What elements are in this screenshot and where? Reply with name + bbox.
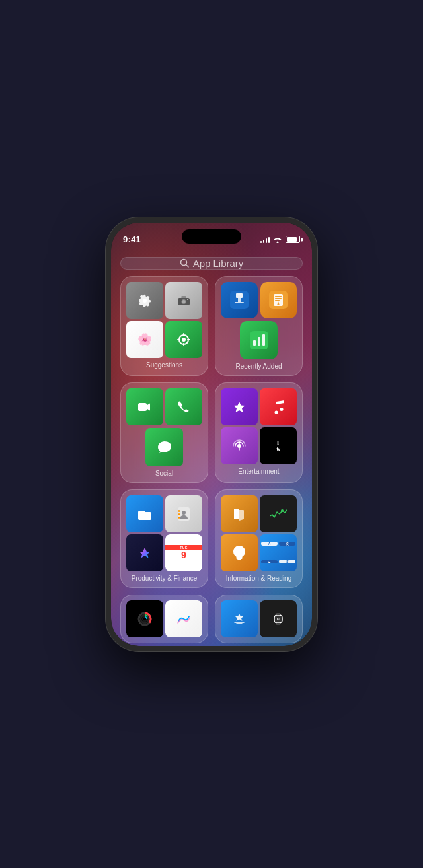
app-photos[interactable]: 🌸: [126, 321, 163, 358]
folder-social[interactable]: Social: [120, 382, 208, 483]
files-icon: [138, 508, 151, 520]
svg-point-18: [237, 294, 241, 295]
bottom-row: [120, 595, 303, 643]
settings-gear-icon: [137, 293, 152, 308]
folder-utilities[interactable]: [215, 595, 303, 643]
watch-icon: [274, 612, 283, 626]
svg-rect-28: [138, 403, 147, 411]
social-label: Social: [155, 470, 173, 477]
music-icon: [272, 400, 284, 414]
svg-point-36: [281, 509, 284, 512]
phone-screen: 9:41: [111, 223, 312, 646]
svg-rect-17: [235, 302, 244, 303]
social-grid: [126, 388, 202, 466]
facetime-icon: [138, 402, 151, 412]
app-keynote[interactable]: [221, 282, 258, 319]
app-appletv[interactable]:  tv: [260, 427, 297, 464]
phone-icon: [178, 401, 190, 413]
productivity-grid: TUE 9: [126, 495, 202, 571]
app-camera[interactable]: [165, 282, 202, 319]
recently-added-row2: [221, 321, 297, 359]
svg-rect-6: [181, 296, 186, 298]
tvplus-icon: [233, 400, 246, 414]
appstore-icon: [233, 613, 245, 625]
app-stocks[interactable]: [260, 495, 297, 532]
keynote-icon: [230, 291, 249, 309]
messages-icon: [158, 441, 171, 454]
svg-rect-23: [275, 300, 280, 301]
app-books[interactable]: [221, 495, 258, 532]
app-numbers[interactable]: [240, 321, 278, 359]
app-tvplus[interactable]: [221, 388, 258, 425]
health-grid: [126, 600, 202, 637]
dynamic-island: [182, 229, 241, 244]
svg-rect-16: [238, 298, 241, 302]
signal-bar-2: [263, 240, 265, 243]
signal-bar-4: [268, 237, 270, 243]
app-tips[interactable]: [221, 534, 258, 571]
svg-rect-22: [275, 298, 282, 299]
app-calendar[interactable]: TUE 9: [165, 534, 202, 571]
entertainment-grid:  tv: [221, 388, 297, 464]
contacts-icon: [178, 507, 190, 521]
signal-bars-icon: [260, 236, 270, 243]
app-podcasts[interactable]: [221, 427, 258, 464]
app-shortcuts[interactable]: [126, 534, 163, 571]
status-time: 9:41: [123, 235, 141, 244]
tips-icon: [233, 546, 245, 560]
svg-point-30: [237, 444, 241, 448]
shortcuts-icon: [138, 546, 151, 560]
podcasts-icon: [233, 439, 246, 452]
folder-health-fitness[interactable]: [120, 595, 208, 643]
recently-added-layout: [221, 282, 297, 359]
app-phone[interactable]: [165, 388, 202, 425]
app-music[interactable]: [260, 388, 297, 425]
app-fitness[interactable]: [126, 600, 163, 637]
app-freeform[interactable]: [165, 600, 202, 637]
findmy-icon: [177, 333, 190, 346]
app-files[interactable]: [126, 495, 163, 532]
app-findmy[interactable]: [165, 321, 202, 358]
suggestions-grid: 🌸: [126, 282, 202, 358]
folder-entertainment[interactable]:  tv Entertainment: [215, 382, 303, 483]
svg-point-5: [182, 300, 186, 303]
entertainment-label: Entertainment: [238, 468, 279, 475]
search-bar[interactable]: App Library: [120, 257, 303, 270]
svg-rect-46: [276, 623, 280, 625]
freeform-icon: [177, 614, 190, 624]
folder-recently-added[interactable]: Recently Added: [215, 276, 303, 376]
camera-icon: [177, 295, 190, 306]
battery-icon: [286, 236, 300, 243]
wifi-icon: [273, 236, 282, 243]
app-watch[interactable]: [260, 600, 297, 637]
app-facetime[interactable]: [126, 388, 163, 425]
app-appstore[interactable]: [221, 600, 258, 637]
app-pages[interactable]: [260, 282, 297, 319]
fitness-rings-icon: [137, 612, 152, 626]
folder-suggestions[interactable]: 🌸: [120, 276, 208, 376]
phone-frame: 9:41: [106, 217, 317, 651]
app-contacts[interactable]: [165, 495, 202, 532]
information-label: Information & Reading: [226, 575, 292, 582]
stocks-icon: [270, 509, 287, 519]
recently-added-row1: [221, 282, 297, 319]
app-translate[interactable]: A 文 ⇄ 文: [260, 534, 297, 571]
svg-marker-29: [234, 402, 245, 412]
svg-point-35: [182, 511, 186, 515]
signal-bar-3: [266, 238, 268, 243]
pages-icon: [269, 291, 288, 309]
app-messages[interactable]: [145, 428, 184, 466]
utilities-grid: [221, 600, 297, 637]
app-settings[interactable]: [126, 282, 163, 319]
svg-rect-26: [258, 337, 260, 346]
books-icon: [233, 507, 246, 521]
svg-rect-34: [178, 517, 180, 519]
svg-rect-27: [262, 334, 265, 346]
information-grid: A 文 ⇄ 文: [221, 495, 297, 571]
svg-rect-32: [178, 510, 180, 512]
svg-rect-33: [178, 513, 180, 515]
folder-productivity[interactable]: TUE 9 Productivity & Finance: [120, 489, 208, 588]
folder-information[interactable]: A 文 ⇄ 文 Information & Reading: [215, 489, 303, 588]
svg-point-9: [182, 338, 186, 342]
battery-fill: [287, 237, 297, 242]
